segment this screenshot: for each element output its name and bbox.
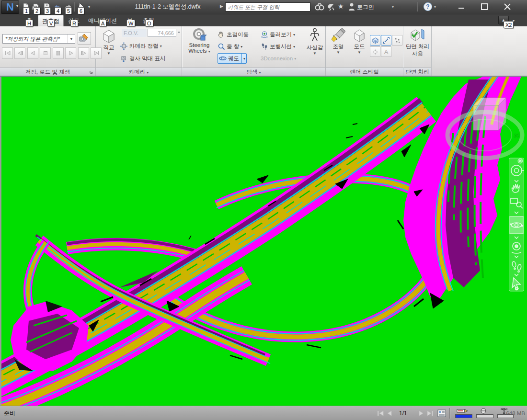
group-save-load-playback: *저장되지 않은 관측점* ▼ 저장, 로드 및 재생	[0, 26, 96, 76]
orbit-icon	[219, 55, 227, 62]
zoom-window-button[interactable]: 줌 창 ▾	[218, 41, 242, 52]
window-title: 111tin-1-2 모델합성.dwfx	[105, 0, 230, 13]
render-lines-toggle[interactable]	[381, 35, 391, 45]
last-sheet-button[interactable]	[426, 406, 434, 420]
edit-viewpoint-button[interactable]	[78, 32, 91, 45]
ribbon-tab-row: 홈 관측점 검토 애니메이션 뷰 출력 ▲ ▾	[0, 14, 527, 26]
render-points-toggle[interactable]	[392, 35, 402, 45]
points-icon	[394, 37, 401, 44]
status-ready: 준비	[4, 406, 15, 420]
saved-viewpoint-value: *저장되지 않은 관측점*	[5, 35, 60, 43]
sectioning-icon	[409, 28, 426, 43]
communication-center-icon[interactable]	[327, 2, 335, 11]
look-around-label: 둘러보기	[270, 31, 292, 38]
titlebar-separator	[417, 2, 417, 11]
close-button[interactable]	[500, 1, 515, 12]
align-camera-button[interactable]: 카메라 정렬 ▾	[120, 41, 162, 51]
orthographic-button[interactable]: 직교 ▼	[98, 28, 119, 56]
look-around-button[interactable]: 둘러보기 ▾	[261, 29, 295, 40]
3dconnexion-label: 3Dconnexion	[261, 56, 293, 61]
play-backward-button[interactable]	[27, 47, 38, 59]
render-snap-points-toggle[interactable]	[370, 46, 380, 57]
next-sheet-button[interactable]	[418, 406, 424, 420]
show-tilt-bar-button[interactable]: 경사 막대 표시	[120, 53, 165, 64]
orbit-dropdown-icon[interactable]: ▾	[241, 54, 245, 63]
group-title-render-style[interactable]: 렌더 스타일	[326, 68, 403, 76]
application-menu-button[interactable]: N▾	[1, 0, 19, 14]
chevron-down-icon: ▼	[336, 50, 340, 55]
fov-value-field[interactable]: 74,666	[148, 29, 176, 37]
play-button[interactable]	[65, 47, 76, 59]
zoom-window-icon	[218, 43, 225, 50]
chevron-down-icon: ▾	[160, 44, 162, 48]
step-forward-button[interactable]	[78, 47, 89, 59]
favorites-star-icon[interactable]: ★	[338, 2, 344, 10]
search-binoculars-icon[interactable]	[314, 2, 325, 11]
group-render-style: 조명 ▼ 모드 ▼ A 렌더 스타일	[326, 26, 403, 76]
surfaces-icon	[372, 37, 379, 44]
go-to-start-button[interactable]	[2, 47, 13, 59]
orbit-button[interactable]: 궤도 ▾	[218, 53, 247, 64]
enable-sectioning-button[interactable]: 단면 처리 사용	[405, 28, 430, 57]
navbar-orbit-icon[interactable]	[510, 216, 523, 234]
mode-button[interactable]: 모드 ▼	[350, 28, 369, 55]
group-title-save-load[interactable]: 저장, 로드 및 재생	[0, 68, 95, 76]
3dconnexion-button[interactable]: 3Dconnexion ▾	[261, 53, 296, 64]
minimize-button[interactable]	[454, 1, 469, 12]
pause-button[interactable]	[53, 47, 64, 59]
chevron-down-icon: ▼	[357, 50, 361, 55]
dialog-launcher-icon[interactable]	[90, 70, 93, 74]
login-link[interactable]: 로그인	[357, 3, 374, 11]
walk-button[interactable]: 보행시선 ▾	[261, 41, 295, 52]
navbar-close-icon[interactable]	[518, 159, 523, 163]
center-arrows-icon	[372, 48, 379, 56]
align-camera-icon	[120, 42, 128, 50]
zoom-window-label: 줌 창	[227, 43, 239, 50]
render-text-toggle[interactable]: A	[381, 46, 391, 57]
realism-button[interactable]: 사실감 ▼	[305, 28, 325, 56]
lighting-label: 조명	[333, 43, 344, 50]
login-dropdown-icon[interactable]: ▾	[392, 5, 394, 9]
render-surfaces-toggle[interactable]	[370, 35, 380, 45]
chevron-down-icon: ▾	[241, 45, 242, 49]
keytip-animation: A	[99, 20, 106, 27]
orthographic-label: 직교	[103, 44, 115, 51]
maximize-button[interactable]	[477, 1, 492, 12]
chevron-down-icon[interactable]: ▼	[68, 34, 75, 43]
tilt-bar-icon	[120, 55, 128, 63]
user-icon[interactable]	[348, 2, 355, 11]
steering-wheels-button[interactable]: Steering Wheels ▾	[186, 28, 213, 54]
statusbar-separator	[449, 408, 450, 419]
disk-icon	[480, 408, 494, 414]
sheet-browser-button[interactable]	[437, 406, 447, 420]
step-back-button[interactable]	[14, 47, 25, 59]
fov-label: F.O.V.	[122, 29, 147, 37]
chevron-down-icon: ▾	[16, 0, 18, 12]
group-title-sectioning[interactable]: 단면 처리	[403, 68, 431, 76]
keytip-5: 5	[65, 7, 72, 14]
qat-dropdown-icon[interactable]: ▾	[88, 5, 90, 9]
pencil-progress-bar	[455, 414, 472, 418]
chevron-down-icon: ▾	[293, 33, 295, 37]
first-sheet-button[interactable]	[377, 406, 384, 420]
previous-sheet-button[interactable]	[386, 406, 393, 420]
viewport-3d-scene[interactable]: 30	[0, 77, 527, 406]
enable-sectioning-label2: 사용	[412, 50, 423, 57]
help-dropdown-icon[interactable]: ▾	[434, 5, 436, 9]
status-bar: 준비 1/1 1648 MB	[0, 406, 527, 420]
search-input[interactable]	[225, 2, 310, 11]
help-icon[interactable]: ?	[424, 2, 432, 11]
stop-button[interactable]	[40, 47, 51, 59]
group-sectioning: 단면 처리 사용 단면 처리	[403, 26, 432, 76]
pencil-icon	[456, 408, 470, 414]
group-title-camera[interactable]: 카메라 ▾	[96, 68, 182, 76]
realism-label: 사실감	[307, 44, 323, 51]
title-bar: N▾ ▾ 1 2 3 4 5 6 111tin-1-2 모델합성.dwfx ▶ …	[0, 0, 527, 14]
pan-button[interactable]: 초점이동	[218, 29, 249, 40]
lighting-button[interactable]: 조명 ▼	[329, 28, 348, 55]
search-expand-icon[interactable]: ▶	[220, 4, 223, 9]
saved-viewpoint-combo[interactable]: *저장되지 않은 관측점* ▼	[2, 34, 75, 44]
keytip-4: 4	[55, 7, 61, 14]
group-title-navigate[interactable]: 탐색 ▾	[182, 68, 325, 76]
chevron-down-icon: ▾	[294, 57, 296, 61]
